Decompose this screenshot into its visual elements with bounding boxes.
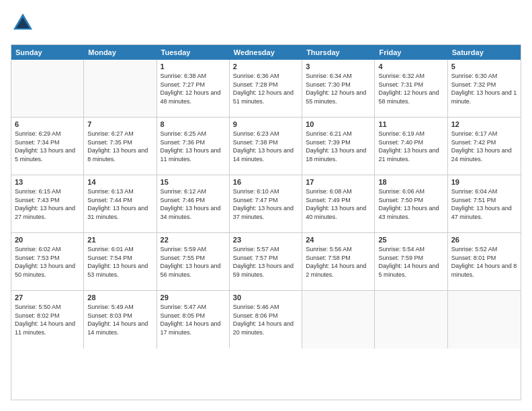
calendar-cell	[375, 291, 447, 349]
day-number: 17	[306, 178, 371, 186]
calendar-row: 1Sunrise: 6:38 AM Sunset: 7:27 PM Daylig…	[11, 60, 521, 118]
logo-icon	[11, 11, 35, 38]
day-number: 19	[451, 178, 517, 186]
calendar-cell: 12Sunrise: 6:17 AM Sunset: 7:42 PM Dayli…	[448, 118, 521, 175]
day-number: 23	[233, 236, 298, 244]
cell-text: Sunrise: 6:29 AM Sunset: 7:34 PM Dayligh…	[15, 130, 80, 163]
cell-text: Sunrise: 6:17 AM Sunset: 7:42 PM Dayligh…	[451, 130, 517, 163]
day-number: 16	[233, 178, 298, 186]
day-number: 12	[451, 120, 517, 128]
calendar-row: 13Sunrise: 6:15 AM Sunset: 7:43 PM Dayli…	[11, 175, 521, 233]
cell-text: Sunrise: 6:15 AM Sunset: 7:43 PM Dayligh…	[15, 187, 80, 221]
day-number: 27	[15, 293, 80, 302]
calendar-cell	[448, 291, 521, 349]
calendar-cell: 15Sunrise: 6:12 AM Sunset: 7:46 PM Dayli…	[157, 175, 230, 232]
calendar-header-cell: Monday	[84, 45, 157, 60]
cell-text: Sunrise: 5:54 AM Sunset: 7:59 PM Dayligh…	[378, 245, 443, 279]
cell-text: Sunrise: 5:52 AM Sunset: 8:01 PM Dayligh…	[451, 245, 517, 279]
cell-text: Sunrise: 6:34 AM Sunset: 7:30 PM Dayligh…	[306, 72, 371, 105]
day-number: 30	[233, 293, 298, 302]
day-number: 2	[233, 62, 298, 71]
cell-text: Sunrise: 6:10 AM Sunset: 7:47 PM Dayligh…	[233, 187, 298, 221]
cell-text: Sunrise: 6:19 AM Sunset: 7:40 PM Dayligh…	[378, 130, 443, 163]
calendar-cell: 18Sunrise: 6:06 AM Sunset: 7:50 PM Dayli…	[375, 175, 447, 232]
day-number: 28	[87, 293, 152, 302]
calendar: SundayMondayTuesdayWednesdayThursdayFrid…	[11, 44, 521, 400]
calendar-cell: 13Sunrise: 6:15 AM Sunset: 7:43 PM Dayli…	[11, 175, 84, 232]
cell-text: Sunrise: 5:56 AM Sunset: 7:58 PM Dayligh…	[306, 245, 371, 279]
day-number: 29	[161, 293, 226, 302]
calendar-header-cell: Friday	[375, 45, 447, 60]
cell-text: Sunrise: 6:38 AM Sunset: 7:27 PM Dayligh…	[161, 72, 226, 105]
logo	[11, 11, 35, 38]
cell-text: Sunrise: 6:27 AM Sunset: 7:35 PM Dayligh…	[87, 130, 152, 163]
calendar-cell	[11, 60, 84, 117]
day-number: 21	[87, 236, 152, 244]
day-number: 3	[306, 62, 371, 71]
cell-text: Sunrise: 6:21 AM Sunset: 7:39 PM Dayligh…	[306, 130, 371, 163]
day-number: 22	[161, 236, 226, 244]
cell-text: Sunrise: 6:36 AM Sunset: 7:28 PM Dayligh…	[233, 72, 298, 105]
calendar-cell: 1Sunrise: 6:38 AM Sunset: 7:27 PM Daylig…	[157, 60, 230, 117]
calendar-cell	[84, 60, 157, 117]
day-number: 25	[378, 236, 443, 244]
calendar-cell: 23Sunrise: 5:57 AM Sunset: 7:57 PM Dayli…	[230, 233, 302, 290]
calendar-cell: 14Sunrise: 6:13 AM Sunset: 7:44 PM Dayli…	[84, 175, 157, 232]
day-number: 14	[87, 178, 152, 186]
calendar-cell: 3Sunrise: 6:34 AM Sunset: 7:30 PM Daylig…	[302, 60, 375, 117]
calendar-cell: 9Sunrise: 6:23 AM Sunset: 7:38 PM Daylig…	[230, 118, 302, 175]
day-number: 1	[161, 62, 226, 71]
page: SundayMondayTuesdayWednesdayThursdayFrid…	[0, 0, 532, 411]
calendar-cell: 19Sunrise: 6:04 AM Sunset: 7:51 PM Dayli…	[448, 175, 521, 232]
header	[11, 11, 521, 38]
calendar-cell: 28Sunrise: 5:49 AM Sunset: 8:03 PM Dayli…	[84, 291, 157, 349]
calendar-header-cell: Saturday	[448, 45, 521, 60]
day-number: 5	[451, 62, 517, 71]
calendar-cell: 16Sunrise: 6:10 AM Sunset: 7:47 PM Dayli…	[230, 175, 302, 232]
day-number: 15	[161, 178, 226, 186]
calendar-header-cell: Sunday	[11, 45, 84, 60]
calendar-cell: 5Sunrise: 6:30 AM Sunset: 7:32 PM Daylig…	[448, 60, 521, 117]
calendar-cell: 8Sunrise: 6:25 AM Sunset: 7:36 PM Daylig…	[157, 118, 230, 175]
day-number: 6	[15, 120, 80, 128]
calendar-header-cell: Tuesday	[157, 45, 230, 60]
calendar-header-cell: Thursday	[302, 45, 375, 60]
day-number: 18	[378, 178, 443, 186]
calendar-body: 1Sunrise: 6:38 AM Sunset: 7:27 PM Daylig…	[11, 60, 521, 349]
day-number: 11	[378, 120, 443, 128]
cell-text: Sunrise: 5:47 AM Sunset: 8:05 PM Dayligh…	[161, 303, 226, 336]
cell-text: Sunrise: 6:02 AM Sunset: 7:53 PM Dayligh…	[15, 245, 80, 279]
day-number: 9	[233, 120, 298, 128]
day-number: 13	[15, 178, 80, 186]
cell-text: Sunrise: 6:25 AM Sunset: 7:36 PM Dayligh…	[161, 130, 226, 163]
cell-text: Sunrise: 6:23 AM Sunset: 7:38 PM Dayligh…	[233, 130, 298, 163]
calendar-header-cell: Wednesday	[230, 45, 302, 60]
cell-text: Sunrise: 5:49 AM Sunset: 8:03 PM Dayligh…	[87, 303, 152, 336]
day-number: 7	[87, 120, 152, 128]
calendar-cell	[302, 291, 375, 349]
calendar-row: 6Sunrise: 6:29 AM Sunset: 7:34 PM Daylig…	[11, 118, 521, 175]
cell-text: Sunrise: 5:50 AM Sunset: 8:02 PM Dayligh…	[15, 303, 80, 336]
cell-text: Sunrise: 6:30 AM Sunset: 7:32 PM Dayligh…	[451, 72, 517, 105]
day-number: 8	[161, 120, 226, 128]
calendar-cell: 7Sunrise: 6:27 AM Sunset: 7:35 PM Daylig…	[84, 118, 157, 175]
calendar-cell: 17Sunrise: 6:08 AM Sunset: 7:49 PM Dayli…	[302, 175, 375, 232]
calendar-cell: 4Sunrise: 6:32 AM Sunset: 7:31 PM Daylig…	[375, 60, 447, 117]
day-number: 10	[306, 120, 371, 128]
calendar-header: SundayMondayTuesdayWednesdayThursdayFrid…	[11, 45, 521, 60]
cell-text: Sunrise: 5:46 AM Sunset: 8:06 PM Dayligh…	[233, 303, 298, 336]
cell-text: Sunrise: 5:59 AM Sunset: 7:55 PM Dayligh…	[161, 245, 226, 279]
calendar-cell: 27Sunrise: 5:50 AM Sunset: 8:02 PM Dayli…	[11, 291, 84, 349]
calendar-cell: 29Sunrise: 5:47 AM Sunset: 8:05 PM Dayli…	[157, 291, 230, 349]
calendar-cell: 6Sunrise: 6:29 AM Sunset: 7:34 PM Daylig…	[11, 118, 84, 175]
calendar-cell: 2Sunrise: 6:36 AM Sunset: 7:28 PM Daylig…	[230, 60, 302, 117]
calendar-row: 20Sunrise: 6:02 AM Sunset: 7:53 PM Dayli…	[11, 233, 521, 291]
cell-text: Sunrise: 6:32 AM Sunset: 7:31 PM Dayligh…	[378, 72, 443, 105]
day-number: 24	[306, 236, 371, 244]
calendar-cell: 11Sunrise: 6:19 AM Sunset: 7:40 PM Dayli…	[375, 118, 447, 175]
calendar-cell: 21Sunrise: 6:01 AM Sunset: 7:54 PM Dayli…	[84, 233, 157, 290]
calendar-row: 27Sunrise: 5:50 AM Sunset: 8:02 PM Dayli…	[11, 291, 521, 349]
cell-text: Sunrise: 6:06 AM Sunset: 7:50 PM Dayligh…	[378, 187, 443, 221]
calendar-cell: 24Sunrise: 5:56 AM Sunset: 7:58 PM Dayli…	[302, 233, 375, 290]
calendar-cell: 25Sunrise: 5:54 AM Sunset: 7:59 PM Dayli…	[375, 233, 447, 290]
